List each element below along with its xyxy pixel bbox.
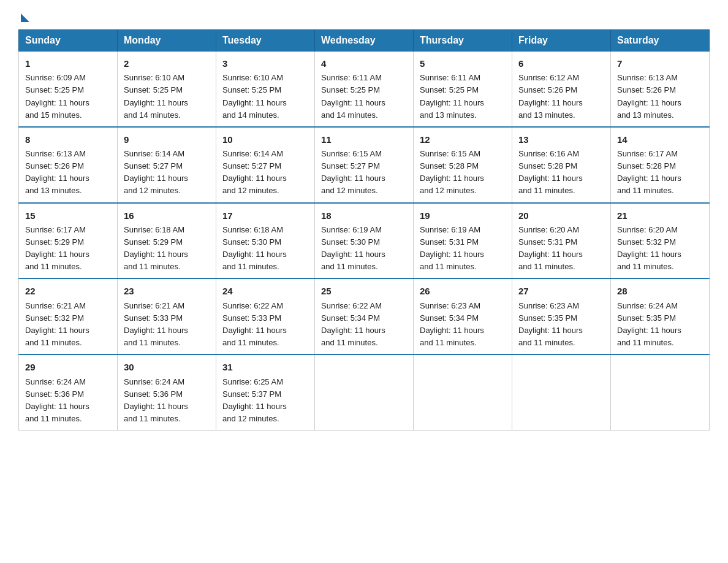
day-info: Sunrise: 6:22 AMSunset: 5:34 PMDaylight:… (321, 300, 407, 350)
cell-week1-day3: 4Sunrise: 6:11 AMSunset: 5:25 PMDaylight… (315, 52, 414, 127)
day-info: Sunrise: 6:25 AMSunset: 5:37 PMDaylight:… (222, 376, 308, 426)
day-number: 24 (222, 284, 308, 298)
calendar-header-row: SundayMondayTuesdayWednesdayThursdayFrid… (19, 30, 710, 52)
cell-week5-day4 (414, 354, 512, 430)
day-number: 10 (222, 132, 308, 147)
day-number: 30 (124, 360, 210, 374)
day-info: Sunrise: 6:13 AMSunset: 5:26 PMDaylight:… (25, 148, 111, 197)
cell-week2-day0: 8Sunrise: 6:13 AMSunset: 5:26 PMDaylight… (19, 127, 118, 203)
week-row-5: 29Sunrise: 6:24 AMSunset: 5:36 PMDayligh… (19, 354, 710, 430)
day-info: Sunrise: 6:22 AMSunset: 5:33 PMDaylight:… (222, 300, 308, 350)
cell-week1-day5: 6Sunrise: 6:12 AMSunset: 5:26 PMDaylight… (512, 52, 611, 127)
calendar-table: SundayMondayTuesdayWednesdayThursdayFrid… (18, 29, 710, 431)
day-number: 16 (124, 209, 210, 223)
day-info: Sunrise: 6:15 AMSunset: 5:27 PMDaylight:… (321, 148, 407, 197)
day-info: Sunrise: 6:20 AMSunset: 5:31 PMDaylight:… (518, 224, 604, 274)
day-info: Sunrise: 6:13 AMSunset: 5:26 PMDaylight:… (617, 72, 703, 121)
day-info: Sunrise: 6:23 AMSunset: 5:35 PMDaylight:… (518, 300, 604, 350)
cell-week3-day6: 21Sunrise: 6:20 AMSunset: 5:32 PMDayligh… (611, 203, 710, 279)
cell-week2-day3: 11Sunrise: 6:15 AMSunset: 5:27 PMDayligh… (315, 127, 414, 203)
header-tuesday: Tuesday (216, 30, 315, 52)
day-info: Sunrise: 6:23 AMSunset: 5:34 PMDaylight:… (420, 300, 506, 350)
day-number: 2 (124, 56, 210, 71)
logo-triangle-icon (21, 13, 29, 22)
week-row-1: 1Sunrise: 6:09 AMSunset: 5:25 PMDaylight… (19, 52, 710, 127)
day-info: Sunrise: 6:19 AMSunset: 5:31 PMDaylight:… (420, 224, 506, 274)
logo (18, 12, 29, 18)
day-number: 6 (518, 56, 604, 71)
cell-week3-day5: 20Sunrise: 6:20 AMSunset: 5:31 PMDayligh… (512, 203, 611, 279)
day-info: Sunrise: 6:24 AMSunset: 5:36 PMDaylight:… (25, 376, 111, 426)
cell-week1-day0: 1Sunrise: 6:09 AMSunset: 5:25 PMDaylight… (19, 52, 118, 127)
cell-week3-day1: 16Sunrise: 6:18 AMSunset: 5:29 PMDayligh… (118, 203, 216, 279)
header-monday: Monday (118, 30, 216, 52)
week-row-4: 22Sunrise: 6:21 AMSunset: 5:32 PMDayligh… (19, 278, 710, 354)
cell-week2-day6: 14Sunrise: 6:17 AMSunset: 5:28 PMDayligh… (611, 127, 710, 203)
day-info: Sunrise: 6:24 AMSunset: 5:35 PMDaylight:… (617, 300, 703, 350)
header-wednesday: Wednesday (315, 30, 414, 52)
day-info: Sunrise: 6:16 AMSunset: 5:28 PMDaylight:… (518, 148, 604, 197)
day-number: 29 (25, 360, 111, 374)
day-info: Sunrise: 6:18 AMSunset: 5:30 PMDaylight:… (222, 224, 308, 274)
day-info: Sunrise: 6:17 AMSunset: 5:29 PMDaylight:… (25, 224, 111, 274)
cell-week4-day2: 24Sunrise: 6:22 AMSunset: 5:33 PMDayligh… (216, 278, 315, 354)
day-number: 18 (321, 209, 407, 223)
page-header (18, 12, 710, 18)
day-info: Sunrise: 6:21 AMSunset: 5:33 PMDaylight:… (124, 300, 210, 350)
day-info: Sunrise: 6:20 AMSunset: 5:32 PMDaylight:… (617, 224, 703, 274)
cell-week5-day3 (315, 354, 414, 430)
cell-week3-day0: 15Sunrise: 6:17 AMSunset: 5:29 PMDayligh… (19, 203, 118, 279)
cell-week2-day4: 12Sunrise: 6:15 AMSunset: 5:28 PMDayligh… (414, 127, 512, 203)
day-number: 3 (222, 56, 308, 71)
cell-week4-day4: 26Sunrise: 6:23 AMSunset: 5:34 PMDayligh… (414, 278, 512, 354)
cell-week4-day0: 22Sunrise: 6:21 AMSunset: 5:32 PMDayligh… (19, 278, 118, 354)
header-sunday: Sunday (19, 30, 118, 52)
day-info: Sunrise: 6:24 AMSunset: 5:36 PMDaylight:… (124, 376, 210, 426)
day-number: 4 (321, 56, 407, 71)
day-info: Sunrise: 6:12 AMSunset: 5:26 PMDaylight:… (518, 72, 604, 121)
day-info: Sunrise: 6:10 AMSunset: 5:25 PMDaylight:… (124, 72, 210, 121)
day-info: Sunrise: 6:10 AMSunset: 5:25 PMDaylight:… (222, 72, 308, 121)
cell-week3-day2: 17Sunrise: 6:18 AMSunset: 5:30 PMDayligh… (216, 203, 315, 279)
day-number: 9 (124, 132, 210, 147)
day-info: Sunrise: 6:18 AMSunset: 5:29 PMDaylight:… (124, 224, 210, 274)
day-info: Sunrise: 6:11 AMSunset: 5:25 PMDaylight:… (321, 72, 407, 121)
cell-week3-day4: 19Sunrise: 6:19 AMSunset: 5:31 PMDayligh… (414, 203, 512, 279)
cell-week1-day4: 5Sunrise: 6:11 AMSunset: 5:25 PMDaylight… (414, 52, 512, 127)
day-number: 28 (617, 284, 703, 298)
day-number: 1 (25, 56, 111, 71)
header-friday: Friday (512, 30, 611, 52)
day-number: 27 (518, 284, 604, 298)
cell-week4-day3: 25Sunrise: 6:22 AMSunset: 5:34 PMDayligh… (315, 278, 414, 354)
day-info: Sunrise: 6:19 AMSunset: 5:30 PMDaylight:… (321, 224, 407, 274)
cell-week2-day2: 10Sunrise: 6:14 AMSunset: 5:27 PMDayligh… (216, 127, 315, 203)
day-info: Sunrise: 6:11 AMSunset: 5:25 PMDaylight:… (420, 72, 506, 121)
cell-week1-day1: 2Sunrise: 6:10 AMSunset: 5:25 PMDaylight… (118, 52, 216, 127)
day-number: 26 (420, 284, 506, 298)
day-info: Sunrise: 6:17 AMSunset: 5:28 PMDaylight:… (617, 148, 703, 197)
day-number: 12 (420, 132, 506, 147)
cell-week4-day6: 28Sunrise: 6:24 AMSunset: 5:35 PMDayligh… (611, 278, 710, 354)
cell-week3-day3: 18Sunrise: 6:19 AMSunset: 5:30 PMDayligh… (315, 203, 414, 279)
header-thursday: Thursday (414, 30, 512, 52)
week-row-2: 8Sunrise: 6:13 AMSunset: 5:26 PMDaylight… (19, 127, 710, 203)
cell-week1-day6: 7Sunrise: 6:13 AMSunset: 5:26 PMDaylight… (611, 52, 710, 127)
cell-week2-day5: 13Sunrise: 6:16 AMSunset: 5:28 PMDayligh… (512, 127, 611, 203)
day-number: 31 (222, 360, 308, 374)
cell-week5-day6 (611, 354, 710, 430)
day-info: Sunrise: 6:14 AMSunset: 5:27 PMDaylight:… (222, 148, 308, 197)
day-number: 20 (518, 209, 604, 223)
cell-week5-day5 (512, 354, 611, 430)
day-number: 17 (222, 209, 308, 223)
cell-week1-day2: 3Sunrise: 6:10 AMSunset: 5:25 PMDaylight… (216, 52, 315, 127)
day-number: 8 (25, 132, 111, 147)
cell-week4-day1: 23Sunrise: 6:21 AMSunset: 5:33 PMDayligh… (118, 278, 216, 354)
header-saturday: Saturday (611, 30, 710, 52)
cell-week5-day1: 30Sunrise: 6:24 AMSunset: 5:36 PMDayligh… (118, 354, 216, 430)
day-number: 23 (124, 284, 210, 298)
day-info: Sunrise: 6:15 AMSunset: 5:28 PMDaylight:… (420, 148, 506, 197)
day-number: 21 (617, 209, 703, 223)
day-info: Sunrise: 6:09 AMSunset: 5:25 PMDaylight:… (25, 72, 111, 121)
day-number: 25 (321, 284, 407, 298)
cell-week5-day2: 31Sunrise: 6:25 AMSunset: 5:37 PMDayligh… (216, 354, 315, 430)
